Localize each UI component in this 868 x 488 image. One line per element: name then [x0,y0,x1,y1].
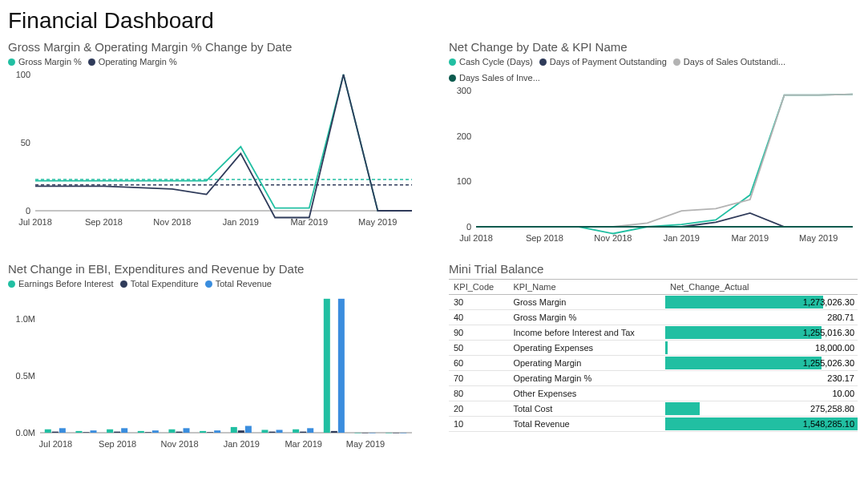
dashboard-grid: Gross Margin & Operating Margin % Change… [8,40,852,452]
page-title: Financial Dashboard [8,8,852,34]
svg-text:Sep 2018: Sep 2018 [85,217,123,227]
table-row[interactable]: 50Operating Expenses18,000.00 [449,341,858,356]
bar-fill [665,296,823,309]
svg-text:Nov 2018: Nov 2018 [594,233,632,243]
table-row[interactable]: 80Other Expenses10.00 [449,386,858,401]
legend-item[interactable]: Earnings Before Interest [8,279,114,288]
kpi-code: 80 [449,386,508,401]
bar-value-label: 1,548,285.10 [803,417,854,430]
table-column-header[interactable]: KPI_Code [449,280,508,295]
legend-label: Operating Margin % [99,57,177,67]
svg-text:Nov 2018: Nov 2018 [153,217,191,227]
kpi-code: 50 [449,341,508,356]
kpi-code: 30 [449,295,508,310]
line-chart-net-change-kpi[interactable]: 0100200300Jul 2018Sep 2018Nov 2018Jan 20… [449,86,858,246]
legend-label: Gross Margin % [18,57,82,67]
legend-swatch-icon [88,58,95,66]
kpi-name: Operating Margin % [508,371,665,386]
svg-rect-39 [107,430,113,433]
bar-value-label: 1,255,016.30 [803,326,854,339]
legend: Earnings Before InterestTotal Expenditur… [8,279,417,288]
legend-swatch-icon [8,58,15,66]
svg-rect-36 [75,431,82,433]
bar-chart-ebi[interactable]: 0.0M0.5M1.0MJul 2018Sep 2018Nov 2018Jan … [8,292,417,452]
kpi-name: Total Cost [508,401,665,417]
svg-rect-52 [238,430,244,433]
panel-title: Net Change in EBI, Expenditures and Reve… [8,262,417,276]
net-change-bar-cell: 280.71 [665,310,858,325]
kpi-code: 90 [449,325,508,341]
svg-rect-63 [354,433,361,434]
svg-rect-45 [168,430,175,433]
svg-text:0: 0 [26,206,30,216]
svg-rect-65 [369,433,376,434]
svg-text:0.0M: 0.0M [16,428,35,438]
legend-item[interactable]: Gross Margin % [8,57,82,67]
svg-text:Jan 2019: Jan 2019 [224,439,260,449]
bar-fill [665,326,822,339]
table-row[interactable]: 70Operating Margin %230.17 [449,371,858,386]
svg-rect-60 [324,299,330,433]
svg-rect-48 [200,431,206,433]
kpi-name: Operating Expenses [508,341,665,356]
legend-item[interactable]: Total Revenue [205,279,272,288]
net-change-bar-cell: 230.17 [665,371,858,386]
svg-text:Mar 2019: Mar 2019 [285,439,321,449]
svg-text:Mar 2019: Mar 2019 [732,233,769,243]
table-row[interactable]: 60Operating Margin1,255,026.30 [449,356,858,371]
svg-rect-34 [52,432,59,433]
mini-trial-balance-table[interactable]: KPI_CodeKPI_NameNet_Change_Actual 30Gros… [449,279,858,432]
svg-text:Jul 2018: Jul 2018 [459,233,493,243]
table-row[interactable]: 40Gross Margin %280.71 [449,310,858,325]
svg-text:Nov 2018: Nov 2018 [160,439,198,449]
svg-rect-62 [338,299,345,433]
svg-text:0: 0 [466,222,471,232]
svg-text:1.0M: 1.0M [16,314,35,324]
legend-label: Total Revenue [216,279,272,288]
svg-rect-57 [293,430,299,433]
legend-item[interactable]: Operating Margin % [88,57,177,67]
net-change-bar-cell: 1,273,026.30 [665,295,858,310]
table-row[interactable]: 20Total Cost275,258.80 [449,401,858,417]
bar-fill [665,402,700,415]
legend-swatch-icon [539,58,547,66]
svg-text:100: 100 [16,70,30,79]
legend-item[interactable]: Cash Cycle (Days) [449,57,533,67]
bar-value-label: 275,258.80 [810,402,854,415]
legend-item[interactable]: Days Sales of Inve... [449,73,540,83]
svg-rect-53 [245,426,252,434]
svg-text:Mar 2019: Mar 2019 [291,217,328,227]
panel-net-change-kpi: Net Change by Date & KPI Name Cash Cycle… [449,40,858,246]
legend-item[interactable]: Total Expenditure [120,279,199,288]
kpi-code: 60 [449,356,508,371]
svg-rect-64 [361,433,368,434]
svg-rect-51 [231,427,237,433]
svg-text:200: 200 [457,131,471,141]
bar-fill [665,357,822,369]
svg-text:50: 50 [21,138,30,147]
legend-swatch-icon [673,58,680,66]
table-row[interactable]: 90Income before Interest and Tax1,255,01… [449,325,858,341]
kpi-name: Income before Interest and Tax [508,325,665,341]
svg-text:Jul 2018: Jul 2018 [18,217,52,227]
svg-rect-66 [386,433,392,434]
svg-rect-68 [400,433,406,434]
line-chart-gross-margin[interactable]: 050100Jul 2018Sep 2018Nov 2018Jan 2019Ma… [8,70,417,230]
bar-value-label: 1,273,026.30 [803,296,854,309]
table-column-header[interactable]: KPI_Name [508,280,665,295]
panel-mini-trial-balance: Mini Trial Balance KPI_CodeKPI_NameNet_C… [449,262,858,452]
bar-value-label: 1,255,026.30 [803,357,854,369]
svg-rect-35 [59,428,66,433]
panel-title: Gross Margin & Operating Margin % Change… [8,40,417,54]
table-row[interactable]: 10Total Revenue1,548,285.10 [449,417,858,432]
legend-item[interactable]: Days of Payment Outstanding [539,57,667,67]
svg-rect-33 [45,430,51,433]
svg-rect-67 [393,433,399,434]
table-row[interactable]: 30Gross Margin1,273,026.30 [449,295,858,310]
kpi-code: 20 [449,401,508,417]
svg-text:100: 100 [457,176,471,186]
svg-rect-43 [145,432,151,433]
svg-rect-55 [268,432,275,433]
table-column-header[interactable]: Net_Change_Actual [665,280,858,295]
legend-item[interactable]: Days of Sales Outstandi... [673,57,785,67]
